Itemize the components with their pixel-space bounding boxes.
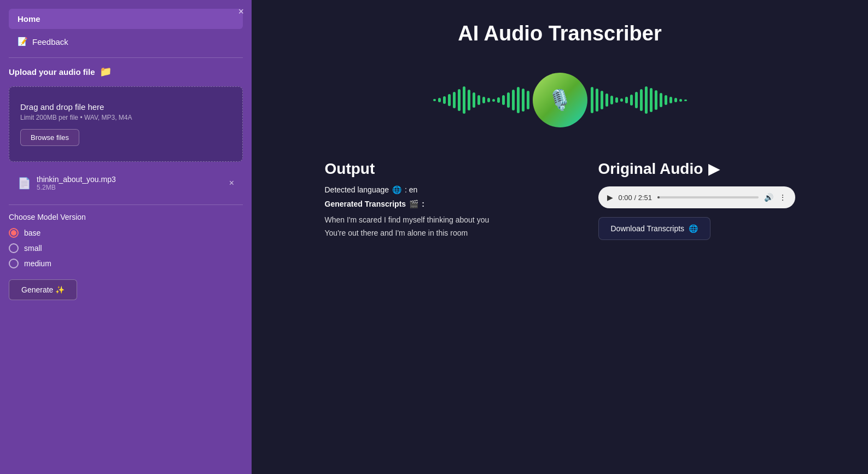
download-label: Download Transcripts xyxy=(611,224,685,233)
volume-icon[interactable]: 🔊 xyxy=(764,193,773,202)
waveform-bar xyxy=(522,89,525,112)
browse-files-button[interactable]: Browse files xyxy=(20,129,79,146)
folder-icon: 📁 xyxy=(100,66,112,78)
more-options-icon[interactable]: ⋮ xyxy=(779,193,787,202)
waveform-bar xyxy=(650,88,653,112)
audio-player[interactable]: ▶ 0:00 / 2:51 🔊 ⋮ xyxy=(598,186,795,208)
sidebar: × Home 📝 Feedback Upload your audio file… xyxy=(0,0,252,474)
waveform-bar xyxy=(477,95,480,105)
generate-button[interactable]: Generate ✨ xyxy=(9,279,77,300)
dropzone[interactable]: Drag and drop file here Limit 200MB per … xyxy=(9,86,243,162)
model-label: Choose Model Version xyxy=(9,213,243,221)
original-audio-label: Original Audio xyxy=(598,160,703,178)
output-left: Output Detected language 🌐 : en Generate… xyxy=(325,160,555,240)
total-time: 2:51 xyxy=(638,194,652,202)
model-option-base[interactable]: base xyxy=(9,228,243,238)
detected-language-row: Detected language 🌐 : en xyxy=(325,185,555,194)
model-label-small: small xyxy=(24,244,42,253)
model-label-medium: medium xyxy=(24,259,51,268)
waveform-bar xyxy=(502,95,505,105)
waveform-bar xyxy=(625,97,628,103)
file-name: thinkin_about_you.mp3 xyxy=(37,175,224,184)
waveform-bar xyxy=(487,98,490,102)
mic-icon: 🎙️ xyxy=(547,89,572,112)
download-icon: 🌐 xyxy=(689,224,698,233)
right-waveform xyxy=(591,86,687,114)
clapper-icon: 🎬 xyxy=(409,200,418,208)
model-option-small[interactable]: small xyxy=(9,243,243,253)
output-title: Output xyxy=(325,160,555,178)
feedback-label: Feedback xyxy=(32,37,68,46)
output-section: Output Detected language 🌐 : en Generate… xyxy=(273,160,846,240)
waveform-bar xyxy=(645,86,648,114)
waveform-bar xyxy=(497,97,500,103)
sidebar-feedback-item[interactable]: 📝 Feedback xyxy=(9,33,243,50)
feedback-icon: 📝 xyxy=(18,37,28,46)
main-content: AI Audio Transcriber 🎙️ Output Detected … xyxy=(252,0,868,474)
audio-progress-fill xyxy=(657,196,660,198)
output-right: Original Audio ▶ ▶ 0:00 / 2:51 🔊 ⋮ Downl… xyxy=(598,160,795,240)
transcript-line-2: You're out there and I'm alone in this r… xyxy=(325,227,555,240)
waveform-bar xyxy=(482,97,485,103)
waveform-bar xyxy=(527,91,529,109)
radio-small[interactable] xyxy=(9,243,19,253)
sidebar-nav: Home 📝 Feedback xyxy=(0,0,252,50)
waveform-bar xyxy=(630,95,633,106)
waveform-bar xyxy=(507,92,510,108)
close-button[interactable]: × xyxy=(238,7,244,16)
waveform-bar xyxy=(660,93,662,107)
waveform-bar xyxy=(605,93,608,107)
mic-circle: 🎙️ xyxy=(533,73,587,127)
upload-text: Upload your audio file xyxy=(9,67,95,77)
divider-1 xyxy=(9,57,243,58)
file-icon: 📄 xyxy=(18,177,31,190)
transcript-line-1: When I'm scared I find myself thinking a… xyxy=(325,214,555,227)
transcript-text: When I'm scared I find myself thinking a… xyxy=(325,214,555,240)
dropzone-title: Drag and drop file here xyxy=(20,102,231,112)
radio-base[interactable] xyxy=(9,228,19,238)
globe-icon: 🌐 xyxy=(392,185,401,194)
generated-transcripts-label-text: Generated Transcripts xyxy=(325,200,406,208)
radio-inner-base xyxy=(11,230,16,236)
current-time: 0:00 xyxy=(619,194,632,202)
waveform-bar xyxy=(610,96,613,104)
waveform-bar xyxy=(615,97,618,103)
app-title: AI Audio Transcriber xyxy=(458,22,661,45)
download-transcripts-button[interactable]: Download Transcripts 🌐 xyxy=(598,217,711,240)
waveform-bar xyxy=(684,100,687,101)
player-time: 0:00 / 2:51 xyxy=(619,194,652,202)
waveform-bar xyxy=(674,98,677,102)
file-remove-button[interactable]: × xyxy=(229,178,234,188)
waveform-bar xyxy=(468,90,470,110)
waveform-bar xyxy=(438,98,441,102)
waveform-bar xyxy=(591,87,593,113)
model-option-medium[interactable]: medium xyxy=(9,259,243,268)
audio-progress-bar[interactable] xyxy=(657,196,759,198)
waveform-bar xyxy=(458,89,461,111)
model-section: Choose Model Version base small medium G… xyxy=(0,213,252,300)
waveform-bar xyxy=(463,86,465,114)
waveform-bar xyxy=(669,97,672,103)
waveform-bar xyxy=(596,89,598,112)
detected-lang-value: : en xyxy=(405,185,417,194)
dropzone-subtitle: Limit 200MB per file • WAV, MP3, M4A xyxy=(20,114,231,121)
model-label-base: base xyxy=(24,229,40,237)
waveform-bar xyxy=(620,98,623,102)
radio-medium[interactable] xyxy=(9,259,19,268)
play-arrow-icon: ▶ xyxy=(708,161,719,178)
file-size: 5.2MB xyxy=(37,184,224,191)
waveform-bar xyxy=(512,90,515,110)
sidebar-home[interactable]: Home xyxy=(9,9,243,29)
upload-label: Upload your audio file 📁 xyxy=(9,66,243,78)
model-options: base small medium xyxy=(9,228,243,268)
waveform-bar xyxy=(473,92,475,108)
waveform-bar xyxy=(655,90,657,110)
waveform-bar xyxy=(601,91,603,109)
waveform-bar xyxy=(453,92,456,108)
colon: : xyxy=(422,200,424,208)
player-play-button[interactable]: ▶ xyxy=(607,193,613,202)
original-audio-title: Original Audio ▶ xyxy=(598,160,795,178)
waveform-bar xyxy=(635,92,638,108)
waveform-container: 🎙️ xyxy=(273,73,846,127)
waveform-bar xyxy=(517,87,520,113)
